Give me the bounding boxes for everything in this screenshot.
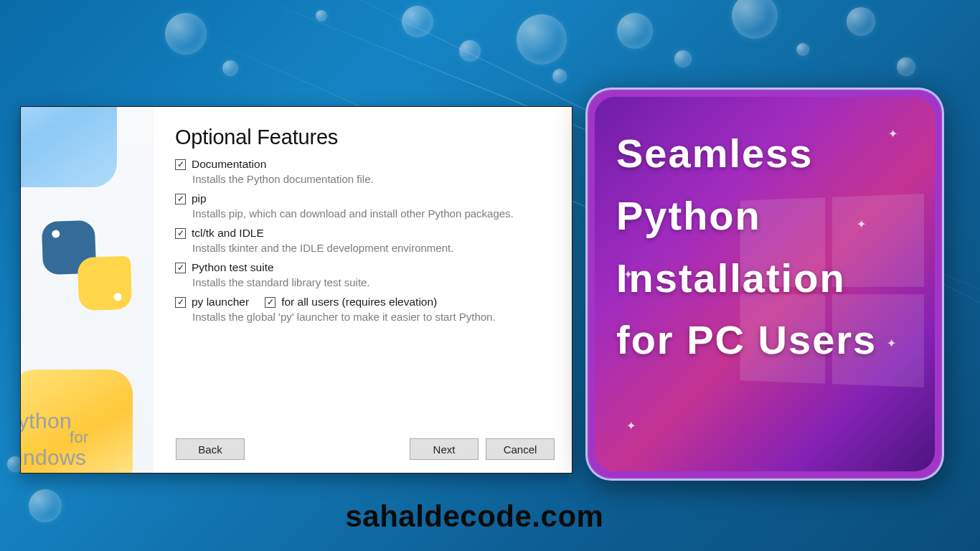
feature-label: Documentation (192, 158, 266, 171)
python-logo-icon (39, 218, 134, 313)
installer-main-panel: Optional Features Documentation Installs… (154, 107, 572, 473)
feature-description: Installs the global 'py' launcher to mak… (192, 311, 556, 323)
promo-headline: Seamless Python Installation for PC User… (616, 123, 913, 372)
feature-description: Installs the Python documentation file. (192, 173, 556, 185)
feature-description: Installs pip, which can download and ins… (192, 207, 556, 220)
python-installer-dialog: ython for indows Optional Features Docum… (20, 106, 573, 474)
page-title: Optional Features (175, 126, 556, 149)
button-row: Back Next Cancel (21, 438, 572, 460)
footer-url: sahaldecode.com (345, 499, 603, 534)
feature-description: Installs the standard library test suite… (192, 276, 556, 288)
cancel-button[interactable]: Cancel (486, 438, 555, 460)
next-button[interactable]: Next (410, 438, 479, 460)
feature-label: for all users (requires elevation) (281, 296, 437, 309)
checkbox-test-suite[interactable] (175, 263, 186, 273)
checkbox-all-users[interactable] (265, 297, 275, 308)
checkbox-documentation[interactable] (175, 159, 186, 170)
checkbox-tcltk[interactable] (175, 228, 186, 239)
feature-label: py launcher (192, 296, 249, 309)
feature-label: Python test suite (192, 261, 274, 274)
feature-documentation: Documentation Installs the Python docume… (175, 158, 556, 185)
feature-tcltk-idle: tcl/tk and IDLE Installs tkinter and the… (175, 227, 556, 254)
feature-label: pip (192, 192, 207, 205)
installer-sidebar: ython for indows (21, 107, 154, 473)
checkbox-pip[interactable] (175, 194, 186, 204)
feature-py-launcher: py launcher for all users (requires elev… (175, 296, 556, 323)
checkbox-py-launcher[interactable] (175, 297, 186, 308)
feature-pip: pip Installs pip, which can download and… (175, 192, 556, 220)
back-button[interactable]: Back (176, 438, 245, 460)
feature-label: tcl/tk and IDLE (192, 227, 264, 240)
promo-card: ✦ ✦ ✦ ✦ ✦ Seamless Python Installation f… (585, 88, 944, 481)
feature-description: Installs tkinter and the IDLE developmen… (192, 242, 556, 254)
feature-test-suite: Python test suite Installs the standard … (175, 261, 556, 288)
